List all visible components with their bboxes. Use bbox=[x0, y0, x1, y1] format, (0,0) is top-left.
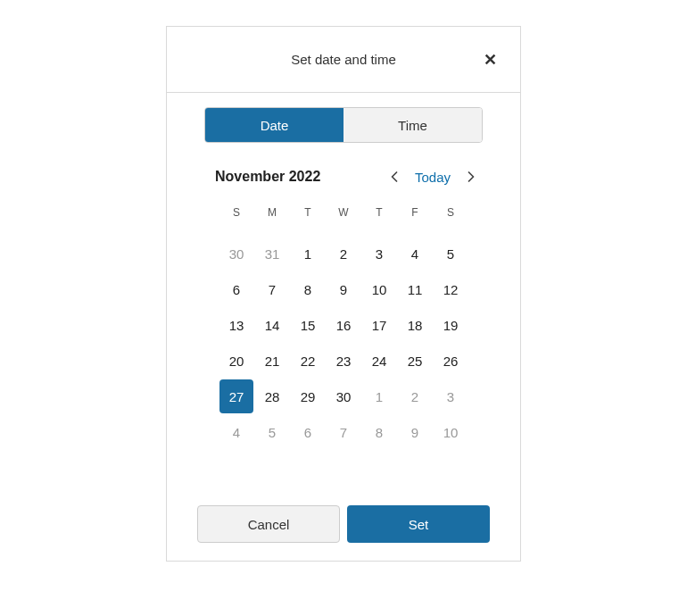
close-icon: ✕ bbox=[484, 51, 497, 69]
dow-header: S bbox=[433, 200, 468, 225]
next-month-button[interactable] bbox=[463, 169, 479, 185]
calendar-day[interactable]: 18 bbox=[397, 307, 433, 343]
calendar-day-label: 21 bbox=[255, 344, 289, 378]
dow-header: M bbox=[254, 200, 290, 225]
close-button[interactable]: ✕ bbox=[484, 52, 497, 68]
calendar-day-label: 29 bbox=[291, 379, 325, 413]
calendar-day[interactable]: 2 bbox=[397, 379, 433, 414]
calendar-day[interactable]: 1 bbox=[290, 236, 326, 271]
calendar-day-label: 14 bbox=[255, 308, 289, 342]
calendar-day[interactable]: 22 bbox=[290, 343, 326, 379]
calendar-day[interactable]: 12 bbox=[433, 271, 468, 307]
calendar-day-label: 9 bbox=[327, 272, 360, 306]
dow-header: W bbox=[326, 200, 361, 225]
calendar-day-label: 4 bbox=[219, 415, 253, 449]
calendar-grid: SMTWTFS303112345678910111213141516171819… bbox=[219, 200, 468, 450]
calendar-day-label: 13 bbox=[219, 308, 253, 342]
calendar-day[interactable]: 27 bbox=[219, 379, 254, 414]
calendar-day-label: 24 bbox=[362, 344, 396, 378]
calendar-day[interactable]: 10 bbox=[361, 271, 397, 307]
calendar-day-label: 10 bbox=[362, 272, 396, 306]
calendar-day[interactable]: 6 bbox=[290, 414, 326, 450]
calendar-day[interactable]: 25 bbox=[397, 343, 433, 379]
calendar-day[interactable]: 13 bbox=[219, 307, 254, 343]
calendar-day[interactable]: 21 bbox=[254, 343, 290, 379]
calendar-day[interactable]: 26 bbox=[433, 343, 468, 379]
calendar-day[interactable]: 3 bbox=[433, 379, 468, 414]
tab-time[interactable]: Time bbox=[344, 108, 482, 142]
month-controls: Today bbox=[386, 169, 479, 185]
cancel-button[interactable]: Cancel bbox=[197, 505, 340, 543]
calendar-day[interactable]: 9 bbox=[397, 414, 433, 450]
calendar-day-label: 4 bbox=[398, 237, 432, 271]
set-button[interactable]: Set bbox=[347, 505, 490, 543]
calendar-day-label: 30 bbox=[219, 237, 253, 271]
chevron-right-icon bbox=[468, 171, 475, 182]
calendar-day-label: 7 bbox=[327, 415, 360, 449]
calendar-day-label: 10 bbox=[434, 415, 468, 449]
month-row: November 2022 Today bbox=[203, 157, 484, 196]
calendar-day[interactable]: 4 bbox=[397, 236, 433, 271]
dow-header: F bbox=[397, 200, 433, 225]
calendar-day[interactable]: 29 bbox=[290, 379, 326, 414]
calendar-day-label: 28 bbox=[255, 379, 289, 413]
calendar-day[interactable]: 5 bbox=[254, 414, 290, 450]
calendar-day[interactable]: 30 bbox=[326, 379, 361, 414]
date-time-tabs: Date Time bbox=[204, 107, 483, 143]
today-link[interactable]: Today bbox=[415, 170, 451, 185]
calendar-day-label: 25 bbox=[398, 344, 432, 378]
calendar-day-label: 2 bbox=[327, 237, 360, 271]
calendar-day-label: 18 bbox=[398, 308, 432, 342]
calendar-day[interactable]: 9 bbox=[326, 271, 361, 307]
calendar-day-label: 1 bbox=[291, 237, 325, 271]
dow-header: T bbox=[361, 200, 397, 225]
tab-date[interactable]: Date bbox=[205, 108, 344, 142]
chevron-left-icon bbox=[391, 171, 398, 182]
calendar-day[interactable]: 23 bbox=[326, 343, 361, 379]
calendar-day[interactable]: 2 bbox=[326, 236, 361, 271]
calendar-day[interactable]: 1 bbox=[361, 379, 397, 414]
calendar-day[interactable]: 8 bbox=[361, 414, 397, 450]
calendar-day-label: 2 bbox=[398, 379, 432, 413]
dialog-footer: Cancel Set bbox=[167, 500, 520, 561]
calendar-day-label: 11 bbox=[398, 272, 432, 306]
calendar-day-label: 19 bbox=[434, 308, 468, 342]
calendar-day[interactable]: 15 bbox=[290, 307, 326, 343]
calendar-day[interactable]: 14 bbox=[254, 307, 290, 343]
calendar-day[interactable]: 7 bbox=[254, 271, 290, 307]
dialog-header: Set date and time ✕ bbox=[167, 27, 520, 93]
calendar-day-label: 23 bbox=[327, 344, 360, 378]
calendar-day[interactable]: 17 bbox=[361, 307, 397, 343]
calendar-day-label: 26 bbox=[434, 344, 468, 378]
calendar-day-label: 20 bbox=[219, 344, 253, 378]
calendar-day-label: 3 bbox=[362, 237, 396, 271]
calendar-day[interactable]: 11 bbox=[397, 271, 433, 307]
calendar-day[interactable]: 31 bbox=[254, 236, 290, 271]
calendar-day[interactable]: 8 bbox=[290, 271, 326, 307]
dialog-body: Date Time November 2022 Today SMTWTFS303… bbox=[167, 93, 520, 500]
calendar-day[interactable]: 16 bbox=[326, 307, 361, 343]
calendar-day[interactable]: 5 bbox=[433, 236, 468, 271]
calendar-day[interactable]: 4 bbox=[219, 414, 254, 450]
calendar-day-label: 5 bbox=[434, 237, 468, 271]
dow-header: S bbox=[219, 200, 254, 225]
calendar-day[interactable]: 10 bbox=[433, 414, 468, 450]
dialog-title: Set date and time bbox=[291, 52, 396, 67]
calendar-day[interactable]: 6 bbox=[219, 271, 254, 307]
calendar-day-label: 31 bbox=[255, 237, 289, 271]
calendar-day[interactable]: 28 bbox=[254, 379, 290, 414]
calendar-day[interactable]: 19 bbox=[433, 307, 468, 343]
calendar-day[interactable]: 30 bbox=[219, 236, 254, 271]
calendar-day-label: 7 bbox=[255, 272, 289, 306]
calendar-day-label: 8 bbox=[362, 415, 396, 449]
calendar-day[interactable]: 20 bbox=[219, 343, 254, 379]
calendar-day-label: 5 bbox=[255, 415, 289, 449]
calendar-day-label: 15 bbox=[291, 308, 325, 342]
calendar-day[interactable]: 3 bbox=[361, 236, 397, 271]
calendar-day-label: 17 bbox=[362, 308, 396, 342]
calendar-day[interactable]: 7 bbox=[326, 414, 361, 450]
calendar-day-label: 12 bbox=[434, 272, 468, 306]
calendar-day[interactable]: 24 bbox=[361, 343, 397, 379]
prev-month-button[interactable] bbox=[386, 169, 402, 185]
dow-header: T bbox=[290, 200, 326, 225]
